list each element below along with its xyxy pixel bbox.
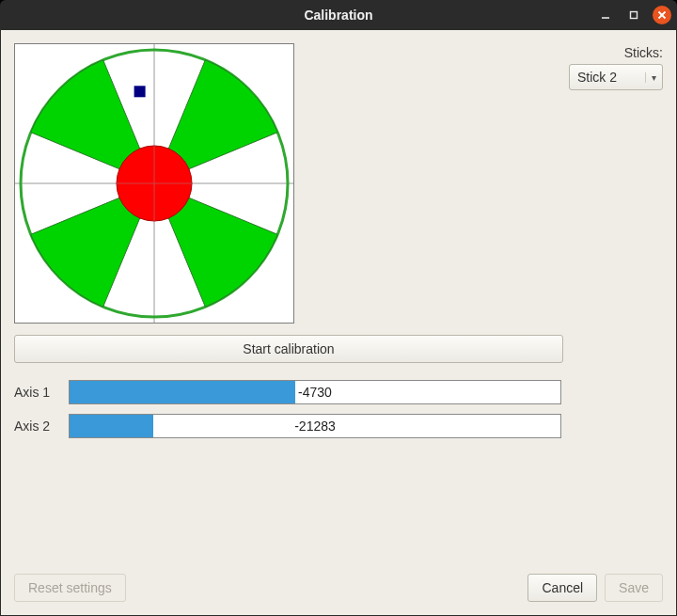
axis-2-bar: -21283 [69,414,561,438]
chevron-down-icon: ▾ [645,72,656,83]
save-label: Save [619,580,649,595]
axis-2-value: -21283 [70,415,560,437]
start-calibration-button[interactable]: Start calibration [14,335,563,363]
axis-1-value: -4730 [70,381,560,403]
axis-label: Axis 1 [14,385,59,400]
stick-visualization [14,43,294,324]
titlebar: Calibration [0,0,677,30]
sticks-select-value: Stick 2 [577,70,617,85]
client-area: Sticks: Stick 2 ▾ Start calibration Axis… [0,30,677,616]
axis-1-bar: -4730 [69,380,561,404]
close-icon[interactable] [653,6,671,24]
axis-row: Axis 1 -4730 [14,380,561,404]
axes-list: Axis 1 -4730 Axis 2 -21283 [14,380,561,438]
cancel-button[interactable]: Cancel [527,574,597,602]
window-title: Calibration [0,8,677,23]
cancel-label: Cancel [542,580,583,595]
save-button[interactable]: Save [605,574,663,602]
start-calibration-label: Start calibration [243,341,334,356]
reset-settings-label: Reset settings [28,580,112,595]
sticks-select[interactable]: Stick 2 ▾ [569,64,663,90]
axis-row: Axis 2 -21283 [14,414,561,438]
axis-label: Axis 2 [14,419,59,434]
window-controls [596,0,671,30]
svg-rect-10 [134,86,146,97]
minimize-icon[interactable] [596,6,615,24]
sticks-label: Sticks: [624,45,663,60]
reset-settings-button[interactable]: Reset settings [14,574,126,602]
svg-rect-1 [631,12,638,19]
maximize-icon[interactable] [624,6,643,24]
